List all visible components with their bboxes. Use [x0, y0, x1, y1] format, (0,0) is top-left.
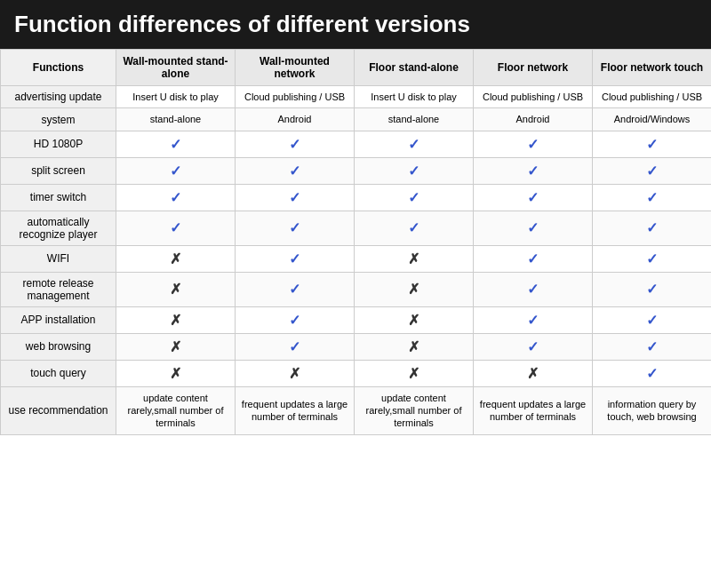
function-label: web browsing	[1, 333, 116, 360]
cross-icon: ✗	[170, 251, 181, 266]
table-cell: ✓	[236, 131, 355, 157]
table-cell: ✓	[355, 157, 474, 184]
table-cell: information query by touch, web browsing	[593, 386, 712, 434]
cross-icon: ✗	[170, 313, 181, 328]
table-cell: ✓	[593, 157, 712, 184]
table-cell: ✓	[116, 211, 236, 245]
cross-icon: ✗	[170, 339, 181, 354]
col-header-floor-standalone: Floor stand-alone	[355, 50, 474, 86]
table-cell: ✓	[116, 157, 236, 184]
table-cell: ✓	[116, 184, 236, 211]
page-title: Function differences of different versio…	[0, 0, 711, 49]
table-cell: update content rarely,small number of te…	[116, 386, 236, 434]
col-header-functions: Functions	[1, 50, 116, 86]
table-cell: ✓	[474, 157, 593, 184]
table-row: WIFI✗✓✗✓✓	[1, 245, 712, 272]
table-cell: Cloud publishing / USB	[593, 86, 712, 108]
check-icon: ✓	[289, 163, 300, 179]
table-cell: ✓	[593, 211, 712, 245]
table-row: remote release management✗✓✗✓✓	[1, 272, 712, 306]
col-header-wall-network: Wall-mounted network	[236, 50, 355, 86]
table-row: systemstand-aloneAndroidstand-aloneAndro…	[1, 108, 712, 131]
check-icon: ✓	[289, 313, 300, 328]
table-cell: ✓	[593, 360, 712, 386]
table-cell: ✓	[236, 157, 355, 184]
cross-icon: ✗	[408, 251, 419, 266]
table-cell: ✗	[355, 306, 474, 333]
function-label: split screen	[1, 157, 116, 184]
check-icon: ✓	[408, 190, 419, 205]
check-icon: ✓	[646, 137, 658, 152]
table-row: touch query✗✗✗✗✓	[1, 360, 712, 386]
table-cell: ✓	[593, 272, 712, 306]
table-cell: ✓	[236, 333, 355, 360]
table-cell: frequent updates a large number of termi…	[236, 386, 355, 434]
check-icon: ✓	[527, 220, 539, 235]
check-icon: ✓	[527, 313, 539, 328]
check-icon: ✓	[527, 163, 539, 179]
table-cell: stand-alone	[355, 108, 474, 131]
table-cell: ✓	[236, 245, 355, 272]
table-row: automatically recognize player✓✓✓✓✓	[1, 211, 712, 245]
check-icon: ✓	[170, 220, 181, 235]
table-cell: ✗	[116, 306, 236, 333]
table-row: web browsing✗✓✗✓✓	[1, 333, 712, 360]
check-icon: ✓	[289, 282, 300, 297]
check-icon: ✓	[527, 339, 539, 354]
cross-icon: ✗	[527, 366, 539, 381]
check-icon: ✓	[646, 163, 658, 179]
function-label: APP installation	[1, 306, 116, 333]
table-cell: ✗	[116, 360, 236, 386]
page-wrapper: Function differences of different versio…	[0, 0, 711, 588]
table-cell: ✗	[474, 360, 593, 386]
table-cell: ✓	[355, 131, 474, 157]
function-label: use recommendation	[1, 386, 116, 434]
table-cell: ✗	[355, 272, 474, 306]
col-header-floor-network-touch: Floor network touch	[593, 50, 712, 86]
table-row: split screen✓✓✓✓✓	[1, 157, 712, 184]
cross-icon: ✗	[408, 282, 419, 297]
check-icon: ✓	[646, 220, 658, 235]
check-icon: ✓	[289, 339, 300, 354]
check-icon: ✓	[170, 190, 181, 205]
check-icon: ✓	[289, 137, 300, 152]
table-cell: ✓	[474, 272, 593, 306]
function-label: automatically recognize player	[1, 211, 116, 245]
check-icon: ✓	[289, 190, 300, 205]
function-label: touch query	[1, 360, 116, 386]
function-label: WIFI	[1, 245, 116, 272]
table-container: Functions Wall-mounted stand-alone Wall-…	[0, 49, 711, 588]
comparison-table: Functions Wall-mounted stand-alone Wall-…	[0, 49, 711, 434]
check-icon: ✓	[646, 251, 658, 266]
table-cell: ✓	[116, 131, 236, 157]
table-cell: ✓	[236, 272, 355, 306]
check-icon: ✓	[289, 220, 300, 235]
table-cell: ✗	[236, 360, 355, 386]
table-cell: Android/Windows	[593, 108, 712, 131]
function-label: remote release management	[1, 272, 116, 306]
cross-icon: ✗	[408, 339, 419, 354]
check-icon: ✓	[527, 190, 539, 205]
table-cell: Android	[474, 108, 593, 131]
table-cell: Cloud publishing / USB	[236, 86, 355, 108]
table-cell: ✓	[474, 306, 593, 333]
check-icon: ✓	[408, 163, 419, 179]
table-cell: Cloud publishing / USB	[474, 86, 593, 108]
col-header-floor-network: Floor network	[474, 50, 593, 86]
check-icon: ✓	[527, 137, 539, 152]
function-label: system	[1, 108, 116, 131]
table-header-row: Functions Wall-mounted stand-alone Wall-…	[1, 50, 712, 86]
table-cell: ✓	[593, 131, 712, 157]
check-icon: ✓	[646, 313, 658, 328]
table-cell: ✓	[593, 245, 712, 272]
check-icon: ✓	[170, 137, 181, 152]
check-icon: ✓	[408, 220, 419, 235]
check-icon: ✓	[408, 137, 419, 152]
check-icon: ✓	[646, 339, 658, 354]
table-cell: ✓	[593, 184, 712, 211]
table-cell: ✗	[355, 333, 474, 360]
table-cell: ✓	[593, 333, 712, 360]
cross-icon: ✗	[289, 366, 300, 381]
table-cell: ✓	[474, 245, 593, 272]
table-row: HD 1080P✓✓✓✓✓	[1, 131, 712, 157]
